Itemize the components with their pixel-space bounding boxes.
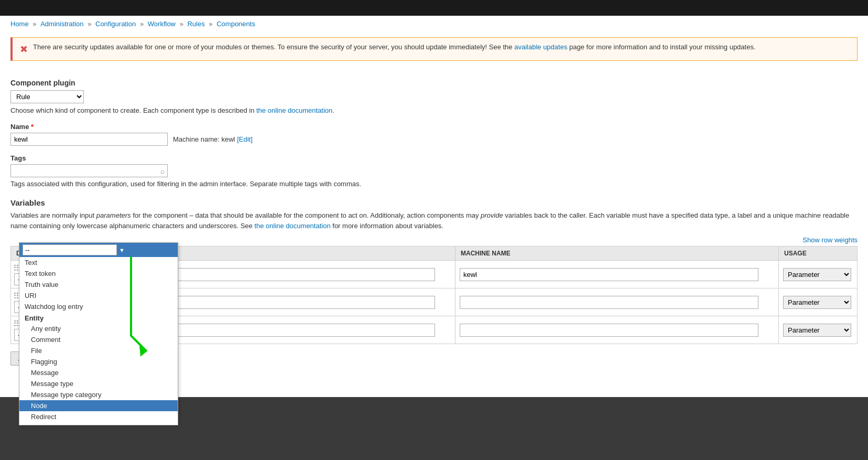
breadcrumb-rules[interactable]: Rules	[187, 20, 204, 28]
online-documentation-link-2[interactable]: the online documentation	[254, 222, 330, 230]
dropdown-list: Text Text token Truth value URI Watchdog…	[19, 257, 178, 376]
online-documentation-link-1[interactable]: the online documentation	[256, 106, 332, 114]
tags-input-wrapper: ⌕	[10, 164, 168, 177]
tags-input[interactable]	[10, 164, 168, 177]
tags-description: Tags associated with this configuration,…	[10, 180, 858, 188]
available-updates-link[interactable]: available updates	[514, 43, 567, 51]
label-input-1[interactable]	[136, 268, 435, 281]
breadcrumb-components[interactable]: Components	[216, 20, 255, 28]
machine-name-text: Machine name: kewl [Edit]	[173, 135, 253, 143]
usage-cell-2: Parameter Provided	[779, 288, 858, 316]
dropdown-item-text[interactable]: Text	[19, 257, 178, 268]
component-plugin-label: Component plugin	[10, 79, 858, 87]
top-navigation-bar	[0, 0, 868, 16]
edit-machine-name-link[interactable]: [Edit]	[237, 135, 253, 143]
breadcrumb-sep-4: »	[180, 20, 186, 28]
label-input-3[interactable]	[136, 324, 435, 337]
dropdown-item-truth-value[interactable]: Truth value	[19, 279, 178, 290]
name-field-label: Name *	[10, 123, 858, 131]
label-input-2[interactable]	[136, 296, 435, 309]
col-header-label: LABEL	[132, 247, 455, 261]
breadcrumb-sep-5: »	[209, 20, 214, 28]
breadcrumb-configuration[interactable]: Configuration	[95, 20, 136, 28]
tags-field-label: Tags	[10, 154, 858, 162]
component-plugin-select[interactable]: Rule Action Condition	[10, 90, 84, 103]
dropdown-item-flagging[interactable]: Flagging	[19, 356, 178, 367]
breadcrumb-sep-3: »	[140, 20, 146, 28]
breadcrumb-workflow[interactable]: Workflow	[148, 20, 176, 28]
dropdown-arrow-icon: ▼	[119, 247, 125, 253]
machinename-cell-1	[455, 261, 779, 288]
dropdown-item-uri[interactable]: URI	[19, 290, 178, 301]
dropdown-item-any-entity[interactable]: Any entity	[19, 323, 178, 334]
label-cell-2	[132, 288, 455, 316]
dropdown-item-message[interactable]: Message	[19, 367, 178, 376]
security-alert: ✖ There are security updates available f…	[10, 37, 858, 61]
alert-icon: ✖	[20, 44, 28, 55]
show-row-weights-link[interactable]: Show row weights	[802, 236, 858, 244]
component-plugin-description: Choose which kind of component to create…	[10, 106, 858, 114]
label-cell-1	[132, 261, 455, 288]
name-input[interactable]	[10, 133, 168, 146]
machinename-input-2[interactable]	[460, 296, 758, 309]
usage-cell-1: Parameter Provided	[779, 261, 858, 288]
label-cell-3	[132, 316, 455, 344]
datatype-dropdown-open: ▼ Text Text token Truth value URI Watchd…	[19, 242, 178, 376]
breadcrumb-home[interactable]: Home	[10, 20, 29, 28]
usage-cell-3: Parameter Provided	[779, 316, 858, 344]
search-icon: ⌕	[160, 167, 165, 175]
variables-description: Variables are normally input parameters …	[10, 210, 858, 231]
dropdown-group-entity: Entity	[19, 312, 178, 323]
component-plugin-row: Rule Action Condition	[10, 90, 858, 103]
dropdown-item-file[interactable]: File	[19, 345, 178, 356]
breadcrumb-sep-2: »	[88, 20, 93, 28]
col-header-usage: USAGE	[779, 247, 858, 261]
machinename-input-3[interactable]	[460, 324, 758, 337]
dropdown-item-watchdog-log-entry[interactable]: Watchdog log entry	[19, 301, 178, 312]
breadcrumb-sep-1: »	[32, 20, 38, 28]
variables-title: Variables	[10, 198, 858, 207]
machinename-cell-3	[455, 316, 779, 344]
usage-select-2[interactable]: Parameter Provided	[783, 296, 851, 309]
required-asterisk: *	[31, 123, 34, 131]
breadcrumb: Home » Administration » Configuration » …	[0, 16, 868, 32]
alert-text: There are security updates available for…	[33, 43, 756, 51]
machinename-input-1[interactable]	[460, 268, 758, 281]
dropdown-search-input[interactable]	[23, 244, 117, 255]
machinename-cell-2	[455, 288, 779, 316]
name-input-row: Machine name: kewl [Edit]	[10, 133, 858, 146]
dropdown-item-comment[interactable]: Comment	[19, 334, 178, 345]
usage-select-3[interactable]: Parameter Provided	[783, 324, 851, 337]
breadcrumb-administration[interactable]: Administration	[40, 20, 83, 28]
col-header-machinename: MACHINE NAME	[455, 247, 779, 261]
usage-select-1[interactable]: Parameter Provided	[783, 268, 851, 281]
dropdown-item-text-token[interactable]: Text token	[19, 268, 178, 279]
